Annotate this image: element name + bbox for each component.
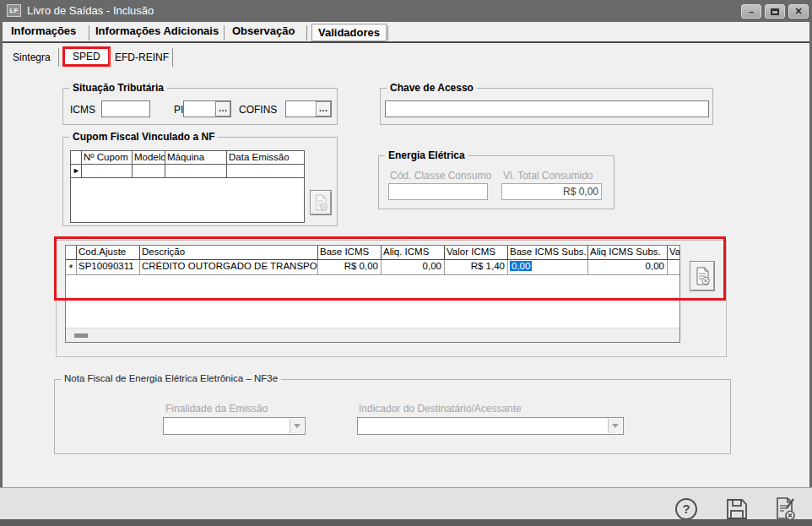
cupom-grid-header: Nº Cupom Modelo Máquina Data Emissão (71, 151, 304, 165)
maximize-icon (771, 8, 779, 15)
col-valor-icms-subs[interactable]: Va (668, 246, 679, 260)
window-bottom-edge (0, 519, 812, 526)
save-button[interactable] (724, 496, 750, 522)
classe-consumo-label: Cód. Classe Consumo (390, 170, 491, 182)
dropdown-button (290, 419, 304, 433)
subtab-separator (58, 48, 59, 67)
cofins-lookup-button[interactable]: … (316, 101, 331, 117)
hscrollbar-thumb[interactable] (74, 333, 88, 338)
cell-aliq-icms-subs[interactable]: 0,00 (588, 260, 668, 275)
marker-header (66, 246, 77, 260)
main-tab-bar: Informações Informações Adicionais Obser… (3, 23, 809, 43)
group-title: Situação Tributária (69, 82, 167, 94)
col-aliq-icms-subs[interactable]: Aliq ICMS Subs. (588, 246, 668, 260)
finalidade-dropdown (163, 417, 306, 435)
group-title: Chave de Acesso (387, 82, 477, 94)
cupom-cell (82, 165, 133, 178)
pis-lookup-button[interactable]: … (215, 101, 230, 117)
window-title: Livro de Saídas - Inclusão (27, 4, 154, 17)
cupom-grid-empty-row[interactable]: ► (71, 165, 304, 178)
chevron-down-icon (612, 424, 619, 428)
cupom-col-data-emissao[interactable]: Data Emissão (227, 151, 304, 165)
indicador-label: Indicador do Destinatário/Acessante (359, 403, 522, 415)
cancel-document-button[interactable] (772, 496, 798, 522)
cell-cod-ajuste[interactable]: SP10090311 (77, 260, 140, 275)
cell-aliq-icms[interactable]: 0,00 (382, 260, 445, 275)
insert-row-marker: * (66, 260, 77, 275)
chevron-down-icon (294, 424, 300, 428)
cupom-col-modelo[interactable]: Modelo (133, 151, 165, 165)
col-base-icms[interactable]: Base ICMS (318, 246, 382, 260)
chave-de-acesso-field[interactable] (385, 100, 709, 117)
maximize-button[interactable] (765, 4, 785, 19)
delete-document-icon (695, 267, 711, 285)
col-aliq-icms[interactable]: Aliq. ICMS (382, 246, 445, 260)
col-cod-ajuste[interactable]: Cod.Ajuste (77, 246, 140, 260)
total-consumido-label: Vl. Total Consumido (503, 170, 593, 182)
ajustes-grid-row[interactable]: * SP10090311 CRÉDITO OUTORGADO DE TRANSP… (66, 260, 679, 275)
cofins-label: COFINS (239, 104, 277, 116)
group-energia-eletrica: Energia Elétrica Cód. Classe Consumo Vl.… (378, 155, 614, 209)
group-title: Energia Elétrica (385, 149, 468, 161)
dropdown-button (608, 419, 622, 433)
cupom-cell (165, 165, 227, 178)
cell-valor-icms[interactable]: R$ 1,40 (445, 260, 508, 275)
ellipsis-icon: … (319, 103, 328, 113)
cell-base-icms[interactable]: R$ 0,00 (318, 260, 382, 275)
cupom-marker-header (71, 151, 82, 165)
app-icon: LF (7, 4, 21, 17)
subtab-sped[interactable]: SPED (62, 46, 111, 67)
minimize-icon: – (749, 7, 754, 17)
cancel-document-icon (772, 496, 798, 522)
cupom-grid-filler (71, 178, 304, 222)
ellipsis-icon: … (219, 103, 228, 113)
col-base-icms-subs[interactable]: Base ICMS Subs. (508, 246, 588, 260)
cupom-delete-row-button[interactable] (310, 190, 332, 215)
group-situacao-tributaria: Situação Tributária ICMS PIS … COFINS … (62, 88, 338, 125)
title-bar: LF Livro de Saídas - Inclusão – ✕ (0, 0, 812, 22)
group-cupom-fiscal: Cupom Fiscal Vinculado a NF Nº Cupom Mod… (62, 137, 338, 226)
icms-field[interactable] (101, 100, 150, 117)
subtab-separator (172, 48, 173, 67)
subtab-efd-reinf[interactable]: EFD-REINF (115, 52, 169, 63)
group-title: Cupom Fiscal Vinculado a NF (69, 131, 218, 143)
tab-validadores[interactable]: Validadores (311, 24, 387, 41)
ajustes-delete-row-button[interactable] (690, 261, 715, 291)
tab-informacoes[interactable]: Informações (11, 24, 76, 37)
finalidade-label: Finalidade da Emissão (165, 403, 268, 415)
selected-text: 0,00 (510, 261, 532, 271)
close-button[interactable]: ✕ (788, 4, 809, 19)
tab-informacoes-adicionais[interactable]: Informações Adicionais (95, 24, 219, 37)
subtab-sintegra[interactable]: Sintegra (13, 52, 51, 63)
group-title: Nota Fiscal de Energia Elétrica Eletrôni… (61, 373, 281, 383)
save-icon (724, 496, 750, 522)
cupom-fiscal-grid[interactable]: Nº Cupom Modelo Máquina Data Emissão ► (70, 150, 305, 223)
cupom-col-numero[interactable]: Nº Cupom (82, 151, 133, 165)
tab-separator (306, 25, 307, 41)
help-button[interactable]: ? (674, 496, 699, 522)
cell-base-icms-subs-editor[interactable]: 0,00 (508, 260, 588, 275)
ajustes-grid-header: Cod.Ajuste Descrição Base ICMS Aliq. ICM… (66, 246, 679, 260)
cupom-col-maquina[interactable]: Máquina (165, 151, 227, 165)
col-valor-icms[interactable]: Valor ICMS (445, 246, 508, 260)
close-icon: ✕ (794, 6, 802, 17)
group-chave-de-acesso: Chave de Acesso (380, 88, 713, 125)
cell-valor-icms-subs[interactable] (668, 260, 679, 275)
current-row-marker: ► (71, 165, 82, 178)
cupom-cell (227, 165, 304, 178)
tab-separator (89, 25, 89, 41)
ajustes-grid-hscrollbar[interactable] (66, 328, 679, 342)
col-descricao[interactable]: Descrição (140, 246, 318, 260)
ajustes-grid[interactable]: Cod.Ajuste Descrição Base ICMS Aliq. ICM… (65, 245, 680, 343)
ajustes-grid-filler (66, 275, 679, 328)
app-window: LF Livro de Saídas - Inclusão – ✕ Inform… (0, 0, 812, 526)
tab-observacao[interactable]: Observação (232, 24, 295, 37)
cell-descricao[interactable]: CRÉDITO OUTORGADO DE TRANSPORTE (140, 260, 318, 275)
subtab-separator (109, 48, 110, 67)
minimize-button[interactable]: – (741, 4, 761, 19)
cupom-cell (133, 165, 165, 178)
total-consumido-field (501, 183, 602, 200)
indicador-dropdown (357, 417, 624, 435)
delete-document-icon (314, 194, 328, 211)
icms-label: ICMS (70, 104, 95, 116)
